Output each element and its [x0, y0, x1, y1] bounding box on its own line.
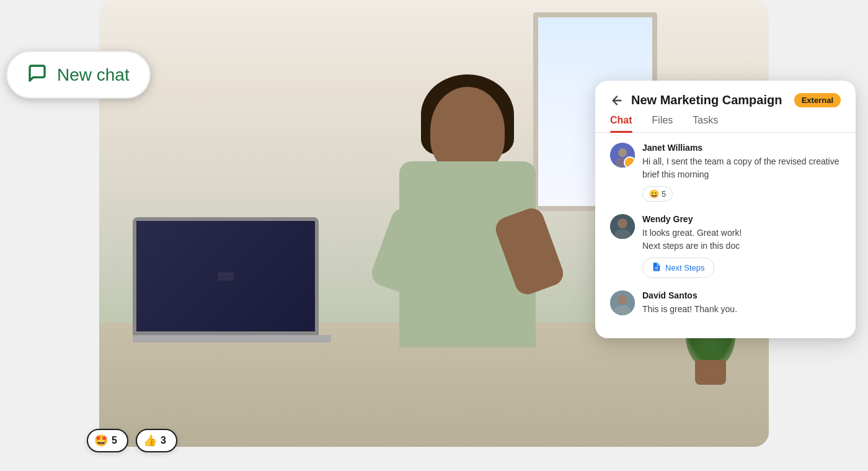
doc-pill-next-steps[interactable]: Next Steps — [642, 258, 714, 278]
message-content-wendy: Wendy Grey It looks great. Great work!Ne… — [642, 214, 841, 278]
emoji-badge-star-eyes[interactable]: 🤩 5 — [87, 429, 128, 452]
tab-files[interactable]: Files — [652, 115, 673, 132]
sender-name-janet: Janet Williams — [642, 143, 841, 153]
reaction-count-janet: 5 — [662, 189, 666, 199]
emoji-badges-container: 🤩 5 👍 3 — [87, 429, 177, 452]
tabs-container: Chat Files Tasks — [595, 115, 856, 133]
new-chat-label: New chat — [57, 65, 130, 85]
svg-point-1 — [618, 148, 627, 157]
emoji-star-eyes: 🤩 — [94, 434, 108, 447]
messages-list: Janet Williams Hi all, I sent the team a… — [595, 133, 856, 326]
sender-name-wendy: Wendy Grey — [642, 214, 841, 224]
avatar-wendy — [610, 214, 635, 239]
panel-title: New Marketing Campaign — [631, 93, 787, 107]
msg-text-janet: Hi all, I sent the team a copy of the re… — [642, 155, 841, 181]
svg-point-10 — [618, 295, 627, 305]
msg-text-david: This is great! Thank you. — [642, 303, 841, 316]
avatar-david — [610, 290, 635, 315]
message-janet: Janet Williams Hi all, I sent the team a… — [610, 143, 841, 202]
panel-header: New Marketing Campaign External — [595, 81, 856, 107]
sender-name-david: David Santos — [642, 290, 841, 300]
laptop: ▒▒▒ — [133, 217, 343, 354]
svg-point-5 — [618, 218, 627, 228]
reaction-janet[interactable]: 😀 5 — [642, 186, 673, 202]
emoji-badge-thumbs-up[interactable]: 👍 3 — [136, 429, 177, 452]
chat-icon — [27, 63, 47, 86]
svg-point-2 — [615, 158, 630, 168]
external-badge: External — [794, 93, 841, 107]
doc-icon — [652, 262, 662, 274]
emoji-count-thumbs-up: 3 — [161, 435, 166, 446]
scene: ▒▒▒ New chat — [0, 0, 868, 471]
message-david: David Santos This is great! Thank you. — [610, 290, 841, 316]
tab-chat[interactable]: Chat — [610, 115, 632, 132]
reaction-emoji-janet: 😀 — [649, 189, 659, 199]
msg-text-wendy: It looks great. Great work!Next steps ar… — [642, 227, 841, 253]
message-content-david: David Santos This is great! Thank you. — [642, 290, 841, 316]
message-content-janet: Janet Williams Hi all, I sent the team a… — [642, 143, 841, 202]
doc-label: Next Steps — [665, 263, 705, 272]
svg-point-3 — [626, 158, 634, 165]
laptop-screen: ▒▒▒ — [136, 221, 315, 331]
back-button[interactable] — [610, 94, 624, 107]
emoji-thumbs-up: 👍 — [143, 434, 157, 447]
tab-tasks[interactable]: Tasks — [693, 115, 718, 132]
avatar-janet — [610, 143, 635, 168]
chat-panel: New Marketing Campaign External Chat Fil… — [595, 81, 856, 338]
message-wendy: Wendy Grey It looks great. Great work!Ne… — [610, 214, 841, 278]
person — [362, 87, 573, 447]
new-chat-pill[interactable]: New chat — [6, 51, 151, 99]
emoji-count-star-eyes: 5 — [112, 435, 117, 446]
